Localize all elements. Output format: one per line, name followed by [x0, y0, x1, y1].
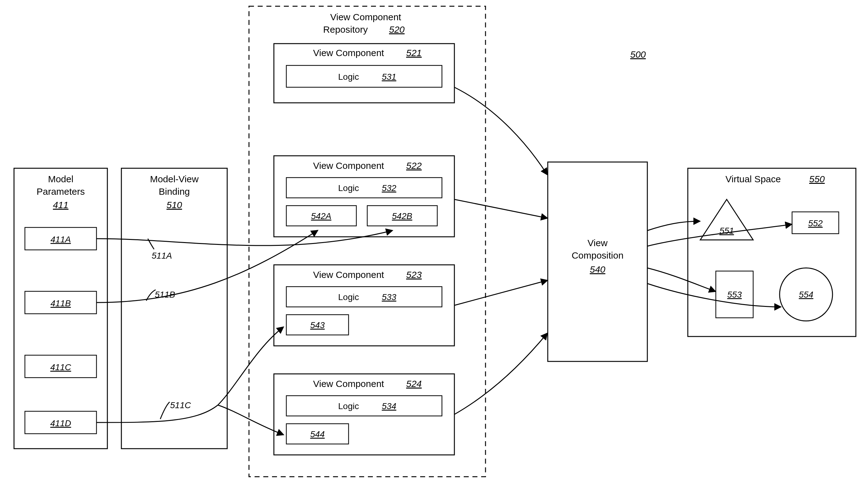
view-component-524: View Component 524 Logic 534 544 [274, 374, 454, 455]
svg-rect-7 [249, 6, 486, 477]
virtual-space-ref: 550 [809, 174, 825, 184]
view-composition-panel: View Composition 540 View Composition [548, 162, 647, 362]
vc524-ref: 524 [406, 378, 422, 389]
vc524-sub-544: 544 [310, 429, 325, 439]
model-parameters-title-line2b: Parameters [36, 186, 85, 197]
svg-rect-10 [286, 65, 442, 87]
binding-ref: 510 [166, 200, 182, 210]
binding-label-511c: 511C [170, 400, 191, 410]
repo-title-line1: View Component [330, 12, 401, 22]
vc522-logic-ref: 532 [382, 183, 397, 193]
view-component-523: View Component 523 Logic 533 543 [274, 265, 454, 346]
diagram-canvas: 500 Model Model Parameters Parameters 41… [0, 0, 868, 482]
view-component-521: View Component 521 Logic 531 [274, 44, 454, 103]
vc521-title: View Component [313, 48, 384, 58]
vc524-logic-label: Logic [338, 401, 359, 411]
svg-rect-16 [286, 287, 442, 307]
virtual-space-panel: Virtual Space 550 551 552 553 554 [688, 168, 856, 337]
vc523-sub-543: 543 [310, 320, 325, 330]
model-parameters-ref: 411 [53, 200, 68, 210]
composition-ref: 540 [590, 264, 605, 275]
svg-rect-0 [14, 168, 107, 449]
vc524-logic-ref: 534 [382, 401, 397, 411]
param-411a: 411A [51, 235, 71, 244]
binding-title-line2: Binding [159, 186, 190, 197]
model-parameters-title-line1: Model [48, 174, 73, 184]
figure-ref: 500 [630, 49, 646, 59]
repo-ref: 520 [389, 24, 405, 35]
model-parameters-panel: Model Model Parameters Parameters 411 41… [14, 168, 107, 449]
composition-to-vspace-connectors [647, 221, 792, 307]
vc521-logic-ref: 531 [382, 72, 397, 82]
svg-rect-19 [286, 396, 442, 416]
repo-title-line2: Repository [323, 24, 368, 35]
view-component-repository: View Component Repository 520 View Compo… [249, 6, 486, 477]
vc522-sub-542a: 542A [311, 211, 331, 221]
vc522-sub-542b: 542B [392, 211, 412, 221]
svg-rect-23 [688, 168, 856, 337]
virtual-space-title: Virtual Space [725, 174, 781, 184]
view-component-522: View Component 522 Logic 532 542A 542B [274, 156, 454, 237]
vc521-ref: 521 [406, 48, 422, 58]
svg-rect-12 [286, 178, 442, 198]
vs-553: 553 [727, 290, 742, 300]
vc523-logic-ref: 533 [382, 292, 397, 302]
binding-label-511a: 511A [152, 251, 172, 260]
vc524-title: View Component [313, 378, 384, 389]
vc523-title: View Component [313, 270, 384, 280]
vs-554: 554 [799, 290, 813, 300]
composition-title-line2: Composition [572, 250, 624, 260]
binding-title-line1: Model-View [150, 174, 199, 184]
vc521-logic-label: Logic [338, 72, 359, 82]
svg-rect-21 [548, 162, 647, 362]
param-411b: 411B [51, 299, 71, 308]
binding-label-511b: 511B [155, 290, 175, 300]
vc522-ref: 522 [406, 161, 422, 171]
vc523-ref: 523 [406, 270, 422, 280]
param-411c: 411C [51, 362, 71, 372]
vc523-logic-label: Logic [338, 292, 359, 302]
param-411d: 411D [51, 419, 71, 428]
repo-to-composition-connectors [454, 87, 547, 415]
vs-552: 552 [808, 219, 823, 228]
composition-title-line1: View [588, 238, 608, 248]
vs-551: 551 [719, 226, 734, 235]
vc522-title: View Component [313, 161, 384, 171]
vc522-logic-label: Logic [338, 183, 359, 193]
